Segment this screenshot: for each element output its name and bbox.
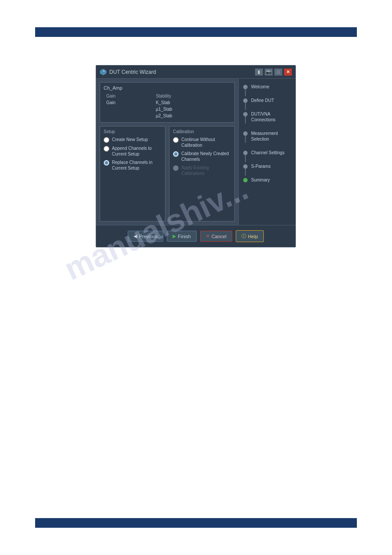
table-row: Gain K_Stab [104, 100, 230, 105]
replace-channels-radio[interactable] [104, 160, 109, 166]
continue-without-cal-radio[interactable] [173, 137, 179, 143]
dialog-title: DUT Centric Wizard [109, 69, 255, 75]
step-label-sparams: S-Params [251, 163, 270, 169]
step-label-channel: Channel Settings [251, 150, 284, 156]
create-new-setup-radio[interactable] [104, 137, 109, 143]
step-label-welcome: Welcome [251, 84, 270, 90]
previous-label: Previous [139, 234, 158, 239]
camera-button[interactable]: 📷 [265, 69, 273, 76]
top-bar [35, 27, 357, 37]
tree-cell [104, 106, 153, 112]
dialog-body: Ch_Amp Gain Stability Gain K_Stab [96, 79, 295, 225]
calibrate-new-radio[interactable] [173, 151, 179, 157]
help-icon: ⓘ [241, 233, 246, 239]
step-label-measurement: Measurement Selection [251, 131, 291, 142]
calibration-section: Calibration Continue Without Calibration… [169, 126, 235, 221]
append-channels-radio[interactable] [104, 146, 109, 152]
wizard-step-dut-vna: DUT/VNA Connections [243, 111, 291, 123]
step-line [245, 155, 246, 162]
previous-button[interactable]: ◀ Previous [128, 231, 163, 242]
step-dot-dut-vna [243, 112, 248, 116]
step-dot-welcome [243, 85, 248, 89]
append-channels-label: Append Channels to Current Setup [112, 145, 162, 157]
step-line [245, 169, 246, 176]
middle-content: Setup Create New Setup Append Channels t… [100, 126, 235, 221]
cancel-button[interactable]: ✕ Cancel [200, 231, 232, 242]
wizard-steps-panel: Welcome Define DUT DUT/VNA Connections M… [238, 79, 295, 225]
maximize-button[interactable]: □ [274, 69, 282, 76]
table-row: μ2_Stab [104, 113, 230, 119]
create-new-setup-option[interactable]: Create New Setup [104, 137, 162, 143]
left-panel: Ch_Amp Gain Stability Gain K_Stab [96, 79, 238, 225]
create-new-setup-label: Create New Setup [112, 137, 148, 142]
help-label: Help [248, 234, 258, 239]
help-button[interactable]: ⓘ Help [236, 230, 264, 242]
bottom-bar [35, 518, 357, 528]
close-button[interactable]: ✕ [284, 69, 292, 76]
calibrate-new-option[interactable]: Calibrate Newly Created Channels [173, 151, 231, 162]
finish-icon: ▶ [173, 233, 176, 239]
step-dot-sparams [243, 164, 248, 169]
dialog-footer: ◀ Previous ▶ Finish ✕ Cancel ⓘ Help [96, 225, 295, 247]
wizard-step-measurement: Measurement Selection [243, 131, 291, 142]
continue-without-cal-label: Continue Without Calibration [181, 137, 231, 148]
replace-channels-option[interactable]: Replace Channels in Current Setup [104, 160, 162, 171]
step-line [245, 116, 246, 123]
wizard-step-define-dut: Define DUT [243, 98, 291, 103]
tree-cell: Gain [104, 100, 153, 105]
setup-section: Setup Create New Setup Append Channels t… [100, 126, 165, 221]
cancel-label: Cancel [212, 234, 227, 239]
step-dot-summary [243, 178, 248, 182]
app-logo-icon [100, 69, 107, 76]
step-line [245, 103, 246, 110]
wizard-step-summary: Summary [243, 177, 291, 183]
cancel-icon: ✕ [206, 233, 210, 239]
step-dot-define-dut [243, 98, 248, 103]
tree-section: Ch_Amp Gain Stability Gain K_Stab [100, 82, 235, 123]
step-label-dut-vna: DUT/VNA Connections [251, 111, 291, 123]
step-label-summary: Summary [251, 177, 270, 183]
calibrate-new-label: Calibrate Newly Created Channels [181, 151, 231, 162]
apply-existing-cal-label: Apply Existing Calibrations [181, 165, 231, 176]
previous-icon: ◀ [133, 233, 137, 239]
apply-existing-cal-radio [173, 165, 179, 171]
title-bar: DUT Centric Wizard ▮ 📷 □ ✕ [96, 65, 295, 79]
table-row: μ1_Stab [104, 106, 230, 112]
step-dot-channel [243, 151, 248, 155]
finish-label: Finish [178, 234, 191, 239]
dialog-window: DUT Centric Wizard ▮ 📷 □ ✕ Ch_Amp Gain S… [96, 65, 296, 247]
setup-label: Setup [104, 129, 162, 134]
calibration-label: Calibration [173, 129, 231, 134]
append-channels-option[interactable]: Append Channels to Current Setup [104, 145, 162, 157]
tree-cell: K_Stab [154, 100, 230, 105]
step-line [245, 136, 246, 143]
tree-col-gain: Gain [104, 93, 153, 99]
tree-title: Ch_Amp [104, 85, 231, 91]
step-label-define-dut: Define DUT [251, 98, 274, 103]
apply-existing-cal-option: Apply Existing Calibrations [173, 165, 231, 176]
tree-cell: μ2_Stab [154, 113, 230, 119]
step-dot-measurement [243, 131, 248, 136]
title-bar-controls: ▮ 📷 □ ✕ [255, 69, 292, 76]
wizard-step-channel: Channel Settings [243, 150, 291, 156]
step-line [245, 89, 246, 96]
replace-channels-label: Replace Channels in Current Setup [112, 160, 162, 171]
continue-without-cal-option[interactable]: Continue Without Calibration [173, 137, 231, 148]
wizard-step-sparams: S-Params [243, 163, 291, 169]
tree-col-stability: Stability [154, 93, 230, 99]
minimize-button[interactable]: ▮ [255, 69, 263, 76]
tree-cell: μ1_Stab [154, 106, 230, 112]
tree-table: Gain Stability Gain K_Stab μ1_Stab [104, 92, 231, 120]
tree-cell [104, 113, 153, 119]
finish-button[interactable]: ▶ Finish [167, 231, 196, 242]
wizard-step-welcome: Welcome [243, 84, 291, 90]
